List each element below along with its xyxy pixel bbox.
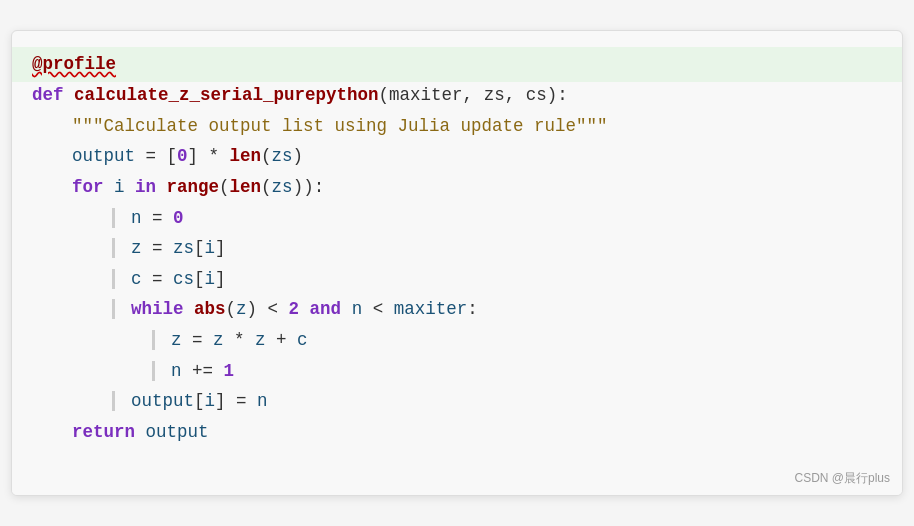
line-def: def calculate_z_serial_purepython(maxite… [32, 80, 882, 111]
line-output-assign: output[i] = n [32, 386, 882, 417]
var-n4: n [257, 391, 268, 411]
var-output: output [72, 146, 135, 166]
var-c: c [131, 269, 142, 289]
func-name: calculate_z_serial_purepython [74, 85, 379, 105]
var-maxiter: maxiter [394, 299, 468, 319]
param-zs: zs [484, 85, 505, 105]
line-z-update: z = z * z + c [32, 325, 882, 356]
var-z: z [131, 238, 142, 258]
var-zs3: zs [173, 238, 194, 258]
builtin-abs: abs [194, 299, 226, 319]
var-i3: i [205, 269, 216, 289]
keyword-for: for [72, 177, 114, 197]
var-output3: output [146, 422, 209, 442]
docstring-text: """Calculate output list using Julia upd… [72, 116, 608, 136]
num-2: 2 [289, 299, 300, 319]
line-decorator: @profile [12, 47, 902, 82]
param-maxiter: maxiter [389, 85, 463, 105]
line-z-init: z = zs[i] [32, 233, 882, 264]
var-z2: z [236, 299, 247, 319]
var-n2: n [352, 299, 363, 319]
keyword-and: and [310, 299, 342, 319]
var-z5: z [255, 330, 266, 350]
var-n3: n [171, 361, 182, 381]
param-cs: cs [526, 85, 547, 105]
num-1: 1 [224, 361, 235, 381]
var-cs: cs [173, 269, 194, 289]
var-zs1: zs [272, 146, 293, 166]
var-i2: i [205, 238, 216, 258]
keyword-in: in [125, 177, 167, 197]
line-while: while abs(z) < 2 and n < maxiter: [32, 294, 882, 325]
code-container: @profile def calculate_z_serial_purepyth… [11, 30, 903, 495]
line-n-update: n += 1 [32, 356, 882, 387]
line-c-init: c = cs[i] [32, 264, 882, 295]
line-for: for i in range(len(zs)): [32, 172, 882, 203]
num-0: 0 [177, 146, 188, 166]
decorator-text: @profile [32, 54, 116, 74]
var-i: i [114, 177, 125, 197]
keyword-def: def [32, 85, 74, 105]
line-n-init: n = 0 [32, 203, 882, 234]
var-zs2: zs [272, 177, 293, 197]
line-output-init: output = [0] * len(zs) [32, 141, 882, 172]
keyword-while: while [131, 299, 194, 319]
num-n-zero: 0 [173, 208, 184, 228]
var-i4: i [205, 391, 216, 411]
builtin-range: range [167, 177, 220, 197]
builtin-len2: len [230, 177, 262, 197]
paren-open: ( [379, 85, 390, 105]
var-z4: z [213, 330, 224, 350]
var-n: n [131, 208, 142, 228]
var-c2: c [297, 330, 308, 350]
watermark: CSDN @晨行plus [12, 466, 902, 495]
var-z3: z [171, 330, 182, 350]
code-block: @profile def calculate_z_serial_purepyth… [12, 31, 902, 465]
line-docstring: """Calculate output list using Julia upd… [32, 111, 882, 142]
keyword-return: return [72, 422, 146, 442]
builtin-len1: len [230, 146, 262, 166]
var-output2: output [131, 391, 194, 411]
line-return: return output [32, 417, 882, 448]
vbar-n [112, 208, 123, 228]
